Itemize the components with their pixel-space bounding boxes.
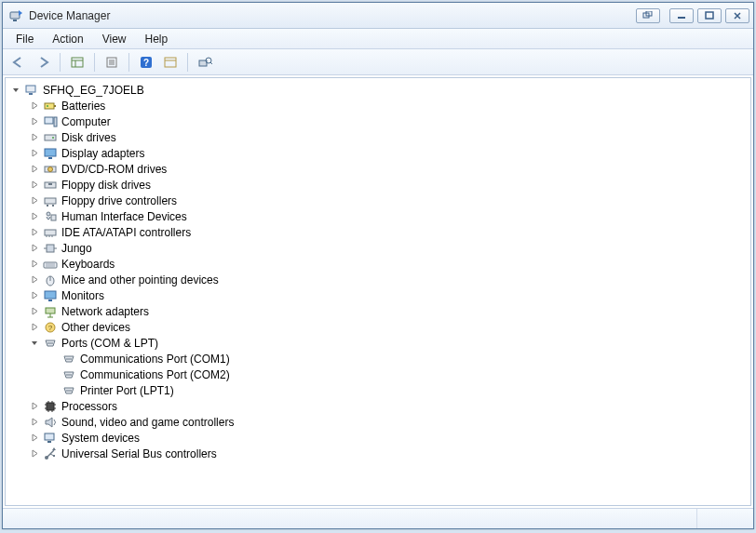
statusbar (3, 508, 753, 528)
menu-file[interactable]: File (7, 31, 43, 47)
category-processors[interactable]: Processors (30, 398, 749, 414)
app-icon (8, 8, 23, 23)
collapse-icon[interactable] (11, 85, 21, 95)
expand-icon[interactable] (30, 243, 40, 253)
root-node[interactable]: SFHQ_EG_7JOELB (11, 82, 749, 98)
expand-icon[interactable] (30, 274, 40, 285)
expand-icon[interactable] (30, 148, 40, 158)
expand-icon[interactable] (30, 132, 40, 142)
category-keyboards[interactable]: Keyboards (30, 256, 749, 272)
category-floppy-disk[interactable]: Floppy disk drives (30, 177, 749, 193)
show-hidden-button[interactable] (67, 52, 88, 73)
menu-help[interactable]: Help (136, 31, 178, 47)
device-tree[interactable]: SFHQ_EG_7JOELB Batteries Computer (5, 77, 751, 506)
other-icon: ? (43, 320, 58, 335)
status-cell (697, 509, 753, 528)
expand-icon[interactable] (30, 227, 40, 237)
svg-rect-26 (54, 117, 57, 127)
category-disk-drives[interactable]: Disk drives (30, 129, 749, 145)
svg-rect-81 (47, 441, 51, 443)
menu-action[interactable]: Action (43, 31, 92, 47)
port-icon (61, 383, 76, 398)
svg-rect-30 (48, 157, 52, 159)
minimize-button[interactable] (669, 8, 694, 23)
svg-line-19 (210, 62, 212, 64)
action-details-button[interactable] (160, 52, 181, 73)
expand-icon[interactable] (30, 259, 40, 269)
restore-button-aux[interactable] (636, 8, 660, 23)
close-button[interactable] (725, 8, 749, 23)
category-monitors[interactable]: Monitors (30, 287, 749, 303)
device-com1[interactable]: Communications Port (COM1) (48, 351, 749, 366)
forward-button[interactable] (33, 52, 53, 73)
svg-rect-52 (45, 291, 56, 299)
expand-icon[interactable] (30, 100, 40, 111)
dvd-icon (43, 162, 58, 177)
svg-point-24 (47, 105, 48, 107)
expand-icon[interactable] (30, 433, 40, 443)
category-computer[interactable]: Computer (30, 113, 749, 129)
category-display-adapters[interactable]: Display adapters (30, 145, 749, 161)
svg-rect-20 (26, 86, 35, 92)
expand-icon[interactable] (30, 211, 40, 221)
maximize-button[interactable] (697, 8, 722, 23)
category-sound[interactable]: Sound, video and game controllers (30, 414, 749, 430)
expand-icon[interactable] (30, 195, 40, 206)
category-other[interactable]: ? Other devices (30, 319, 749, 335)
back-button[interactable] (8, 52, 29, 73)
expand-icon[interactable] (30, 180, 40, 190)
svg-rect-15 (165, 58, 176, 67)
category-ports[interactable]: Ports (COM & LPT) (30, 335, 749, 351)
floppy-ctrl-icon (43, 193, 58, 208)
category-hid[interactable]: Human Interface Devices (30, 208, 749, 224)
category-jungo[interactable]: Jungo (30, 240, 749, 256)
collapse-icon[interactable] (30, 338, 40, 348)
expand-icon[interactable] (30, 290, 40, 300)
cpu-icon (43, 399, 58, 414)
svg-rect-37 (52, 205, 54, 207)
port-icon (61, 352, 76, 366)
category-ide[interactable]: IDE ATA/ATAPI controllers (30, 224, 749, 240)
device-manager-window: Device Manager File Action View Help (2, 2, 754, 529)
expand-icon[interactable] (30, 401, 40, 411)
expand-icon[interactable] (30, 164, 40, 174)
device-lpt1[interactable]: Printer Port (LPT1) (48, 382, 749, 398)
mouse-icon (43, 273, 58, 287)
ide-icon (43, 225, 58, 240)
system-icon (43, 431, 58, 446)
device-com2[interactable]: Communications Port (COM2) (48, 366, 749, 382)
usb-icon (43, 446, 58, 461)
expand-icon[interactable] (30, 448, 40, 459)
svg-rect-44 (47, 245, 54, 252)
expand-icon[interactable] (30, 116, 40, 127)
svg-point-32 (48, 167, 53, 171)
category-usb[interactable]: Universal Serial Bus controllers (30, 446, 749, 461)
svg-rect-71 (47, 403, 54, 410)
expand-icon[interactable] (30, 417, 40, 427)
svg-rect-36 (47, 205, 48, 207)
toolbar: ? (3, 49, 753, 75)
monitor-icon (43, 288, 58, 303)
scan-hardware-button[interactable] (195, 52, 215, 73)
expand-icon[interactable] (30, 322, 40, 332)
category-system[interactable]: System devices (30, 430, 749, 446)
svg-rect-25 (45, 117, 53, 124)
category-mice[interactable]: Mice and other pointing devices (30, 272, 749, 287)
port-icon (43, 336, 58, 351)
svg-point-28 (52, 137, 54, 139)
category-floppy-controllers[interactable]: Floppy drive controllers (30, 193, 749, 208)
category-network[interactable]: Network adapters (30, 303, 749, 319)
computer-icon (43, 114, 58, 129)
category-dvd[interactable]: DVD/CD-ROM drives (30, 161, 749, 177)
expand-icon[interactable] (30, 306, 40, 316)
status-cell (3, 509, 697, 528)
category-batteries[interactable]: Batteries (30, 98, 749, 113)
svg-text:?: ? (48, 324, 53, 332)
properties-button[interactable] (101, 52, 122, 73)
battery-icon (43, 99, 58, 113)
svg-rect-1 (13, 20, 17, 21)
floppy-icon (43, 178, 58, 193)
menu-view[interactable]: View (93, 31, 136, 47)
svg-rect-35 (45, 198, 56, 204)
help-button[interactable]: ? (136, 52, 156, 73)
